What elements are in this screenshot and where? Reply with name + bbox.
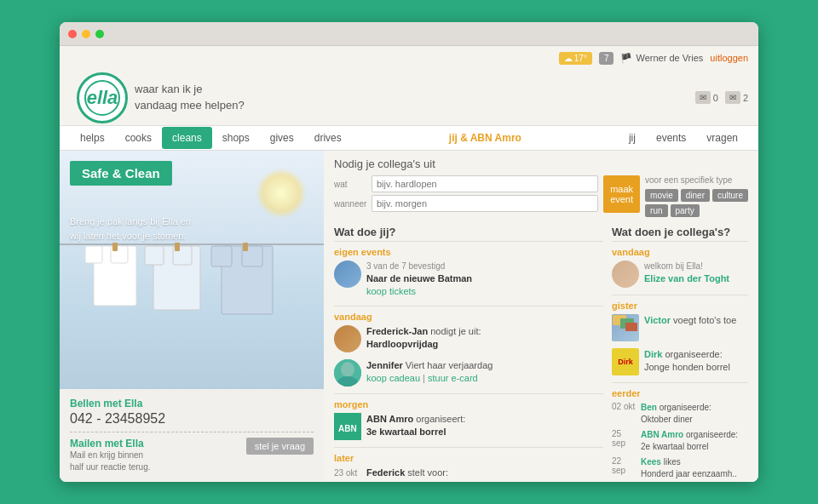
tagline: waar kan ik je vandaag mee helpen? [135,82,245,112]
svg-rect-10 [112,243,118,251]
browser-close-btn[interactable] [68,30,77,38]
tagline-line2: vandaag mee helpen? [135,98,245,113]
type-buttons: voor een specifiek type movie diner cult… [645,175,748,217]
svg-rect-11 [175,243,180,251]
user-flag-icon: 🏴 [620,53,632,64]
nav-shops[interactable]: shops [212,127,260,149]
eigen-event-meta: 3 van de 7 bevestigd [366,261,603,272]
gister-title: gister [612,301,748,311]
user-name: Werner de Vries [636,53,703,63]
nav-jij[interactable]: jij [619,127,646,149]
eerder-3: 22 sep Kees likes Honderd jaar eenzaamh.… [612,456,748,480]
eerder-text-2: ABN Amro organiseerde: 2e kwartaal borre… [641,429,748,453]
morgen-text-1: ABN Amro organiseert: 3e kwartaal borrel [366,413,603,439]
type-diner-btn[interactable]: diner [681,189,710,202]
type-label: voor een specifiek type [645,175,748,185]
nav-cleans[interactable]: cleans [162,127,212,149]
elize-name: Elize van der Toght [644,272,748,285]
nav-helps[interactable]: helps [70,127,115,149]
morgen-title: morgen [334,399,603,410]
left-panel: Safe & Clean Breng je pak langs bij Ella… [60,151,324,482]
tagline-line1: waar kan ik je [135,82,245,97]
vandaag-avatar-1 [334,325,361,352]
morgen-action: organiseert: [416,414,465,424]
victor-text: Victor voegt foto's toe [644,314,748,327]
eerder-text-3: Kees likes Honderd jaar eenzaamh.. [641,456,748,480]
eerder-name-3: Kees [641,457,661,467]
svg-rect-5 [145,246,164,265]
collegas-col: Wat doen je collega's? vandaag welkom bi… [612,226,748,482]
wat-input[interactable] [372,175,598,192]
eerder-2: 25 sep ABN Amro organiseerde: 2e kwartaa… [612,429,748,453]
logo-circle: ella [77,72,128,123]
logo-inner: ella [84,80,120,116]
victor-name: Victor [644,315,671,325]
svg-rect-12 [243,243,248,251]
left-panel-text: Breng je pak langs bij Ella en wij laten… [70,193,314,243]
logo-area: ella waar kan ik je vandaag mee helpen? [77,72,245,123]
nav-highlight[interactable]: jij & ABN Amro [439,127,532,149]
wat-doe-jij-title: Wat doe jij? [334,226,603,242]
vandaag-link-ecard[interactable]: stuur e-card [428,373,478,383]
wanneer-input[interactable] [372,195,598,212]
eigen-event-title: Naar de nieuwe Batman [366,272,603,285]
dirk-name: Dirk [644,349,662,359]
msg-badge-1: ✉ 0 [695,91,718,104]
morgen-avatar-1: ABN [334,413,361,440]
maak-event-button[interactable]: maak event [603,175,640,213]
vandaag-text-1: Frederick-Jan nodigt je uit: Hardloopvri… [366,325,603,352]
eerder-action-1: organiseerde: [660,403,711,412]
type-run-btn[interactable]: run [645,204,667,217]
type-party-btn[interactable]: party [671,204,700,217]
type-movie-btn[interactable]: movie [645,189,678,202]
sep-c1 [612,295,748,295]
vandaag-avatar-2 [334,359,361,387]
later-title: later [334,453,603,463]
type-culture-btn[interactable]: culture [712,189,748,202]
vandaag-item-2: Jennifer Viert haar verjaardag koop cade… [334,359,603,387]
main-content: Safe & Clean Breng je pak langs bij Ella… [60,151,758,482]
sep2 [334,393,603,394]
dashed-divider [70,432,314,432]
wat-doe-jij-col: Wat doe jij? eigen events 3 van de 7 bev… [334,226,603,482]
vandaag-action-1: nodigt je uit: [430,326,481,336]
mailen-link[interactable]: Mailen met Ella [70,438,151,450]
browser-minimize-btn[interactable] [82,30,90,38]
panel-desc: Breng je pak langs bij Ella en wij laten… [70,215,314,243]
two-col-section: Wat doe jij? eigen events 3 van de 7 bev… [334,226,748,482]
wat-label: wat [334,180,368,189]
stel-vraag-button[interactable]: stel je vraag [246,438,314,455]
nav-events[interactable]: events [646,127,696,149]
elize-text: welkom bij Ella! Elize van der Toght [644,261,748,285]
type-btn-row2: run party [645,204,748,217]
morgen-item-1: ABN ABN Amro organiseert: 3e kwartaal bo… [334,413,603,440]
browser-maximize-btn[interactable] [95,30,104,38]
victor-item: Victor voegt foto's toe [612,314,748,341]
morgen-event: 3e kwartaal borrel [366,426,603,438]
elize-avatar [612,261,639,288]
dirk-action: organiseerde: [665,349,722,359]
nav-drives[interactable]: drives [304,127,352,149]
header: ella waar kan ik je vandaag mee helpen? … [60,70,758,125]
svg-rect-8 [211,246,232,266]
logout-link[interactable]: uitloggen [710,53,748,63]
header-right: ✉ 0 ✉ 2 [695,91,748,104]
later-date-1: 23 okt [334,467,361,482]
bellen-link[interactable]: Bellen met Ella [70,398,314,410]
abn-icon: ABN [334,413,361,440]
nav-cooks[interactable]: cooks [115,127,162,149]
later-action-1: stelt voor: [407,467,448,478]
eerder-1: 02 okt Ben organiseerde: Oktober diner [612,402,748,426]
wat-row: wat [334,175,598,192]
top-bar: ☁ 17° 7 🏴 Werner de Vries uitloggen [60,46,758,70]
right-panel: Nodig je collega's uit wat wanneer [324,151,758,482]
vandaag-link-cadeau[interactable]: koop cadeau [366,373,420,383]
msg-count-1: 0 [713,93,718,103]
nav-gives[interactable]: gives [260,127,304,149]
browser-chrome [60,22,758,46]
eerder-date-2: 25 sep [612,429,637,453]
nav-vragen[interactable]: vragen [696,127,748,149]
svg-rect-2 [85,246,102,263]
eigen-event-link[interactable]: koop tickets [366,286,416,296]
safe-clean-banner: Safe & Clean [70,161,172,186]
